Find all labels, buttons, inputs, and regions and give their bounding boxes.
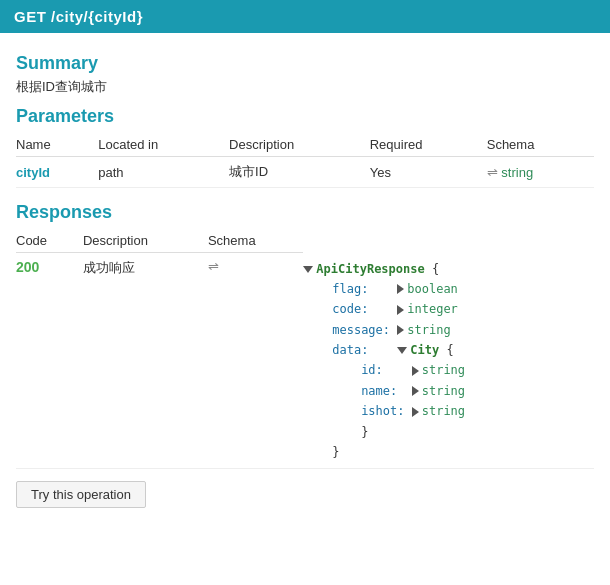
resp-description: 成功响应: [83, 260, 135, 275]
summary-title: Summary: [16, 53, 594, 74]
resp-col-schema: Schema: [208, 229, 303, 253]
field-ishot-icon[interactable]: [412, 407, 419, 417]
col-description: Description: [229, 133, 370, 157]
field-flag-icon[interactable]: [397, 284, 404, 294]
responses-title: Responses: [16, 202, 594, 223]
field-name-icon[interactable]: [412, 386, 419, 396]
schema-block: ApiCityResponse { flag: boolean code: in…: [303, 259, 586, 463]
table-row: cityId path 城市ID Yes ⇌ string: [16, 157, 594, 188]
col-name: Name: [16, 133, 98, 157]
expand-icon-api[interactable]: [303, 266, 313, 273]
col-schema: Schema: [487, 133, 594, 157]
param-schema-type: string: [501, 165, 533, 180]
response-row: 200 成功响应 ⇌ ApiCityResponse { flag: boole…: [16, 253, 594, 469]
param-required: Yes: [370, 157, 487, 188]
resp-col-code: Code: [16, 229, 83, 253]
resp-col-description: Description: [83, 229, 208, 253]
field-code-icon[interactable]: [397, 305, 404, 315]
field-message-icon[interactable]: [397, 325, 404, 335]
try-operation-button[interactable]: Try this operation: [16, 481, 146, 508]
param-name: cityId: [16, 165, 50, 180]
expand-icon-city[interactable]: [397, 347, 407, 354]
resp-code: 200: [16, 259, 39, 275]
responses-section: Responses Code Description Schema 200 成功…: [16, 202, 594, 469]
transfer-icon: ⇌: [487, 165, 498, 180]
param-located-in: path: [98, 157, 229, 188]
col-required: Required: [370, 133, 487, 157]
parameters-table: Name Located in Description Required Sch…: [16, 133, 594, 188]
parameters-title: Parameters: [16, 106, 594, 127]
resp-transfer-icon: ⇌: [208, 259, 219, 274]
parameters-section: Parameters Name Located in Description R…: [16, 106, 594, 188]
col-located-in: Located in: [98, 133, 229, 157]
top-bar: GET /city/{cityId}: [0, 0, 610, 33]
summary-description: 根据ID查询城市: [16, 78, 594, 96]
responses-table: Code Description Schema 200 成功响应 ⇌: [16, 229, 594, 469]
field-id-icon[interactable]: [412, 366, 419, 376]
summary-section: Summary 根据ID查询城市: [16, 53, 594, 96]
endpoint-label: GET /city/{cityId}: [14, 8, 143, 25]
param-description: 城市ID: [229, 157, 370, 188]
